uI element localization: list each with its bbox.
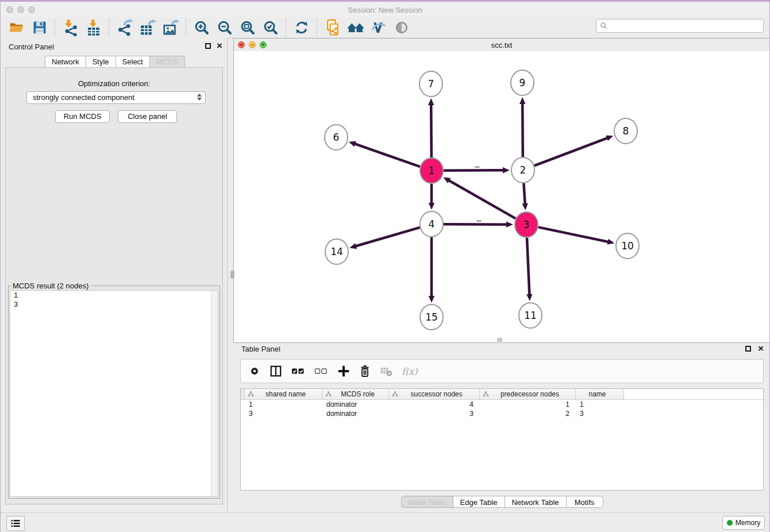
search-icon (600, 22, 607, 29)
tab-edge-table[interactable]: Edge Table (453, 496, 505, 508)
split-column-icon[interactable] (270, 365, 282, 377)
tab-network-table[interactable]: Network Table (505, 496, 566, 508)
network-canvas[interactable]: 7968124314101511 (234, 51, 769, 340)
graph-node-label: 14 (330, 246, 343, 257)
main-toolbar (1, 17, 769, 38)
export-table-button[interactable] (136, 18, 159, 37)
table-panel: Table Panel × (233, 343, 770, 512)
graph-edge-1-2[interactable] (444, 170, 504, 171)
delete-column-trash-icon[interactable] (359, 365, 371, 377)
import-network-button[interactable] (59, 18, 82, 37)
graph-edge-arrowhead (429, 203, 434, 210)
zoom-out-button[interactable] (213, 18, 236, 37)
mcds-result-textarea[interactable]: 1 3 (10, 290, 218, 497)
graph-edge-4-3[interactable] (444, 224, 507, 225)
export-network-button[interactable] (113, 18, 136, 37)
graph-edge-arrowhead (349, 141, 356, 147)
close-table-panel-icon[interactable]: × (758, 345, 764, 353)
column-header-name[interactable]: name (576, 389, 624, 399)
toolbar-separator (186, 19, 187, 36)
zoom-in-icon (193, 19, 210, 36)
graph-node-label: 3 (523, 219, 530, 230)
vertical-scrollbar-thumb[interactable] (230, 271, 234, 279)
eye-icon (394, 20, 410, 36)
edge-label-mark (475, 167, 480, 168)
column-header-successor-nodes[interactable]: successor nodes (389, 389, 480, 399)
column-tree-icon (392, 391, 398, 398)
toolbar-separator (286, 19, 287, 36)
search-input[interactable] (596, 19, 764, 33)
network-from-file-button[interactable] (321, 18, 344, 37)
select-all-icon[interactable] (291, 365, 305, 377)
graph-edge-arrowhead (428, 98, 434, 105)
deselect-all-icon[interactable] (314, 365, 328, 377)
memory-status-icon (727, 520, 733, 526)
horizontal-scrollbar-thumb[interactable] (497, 338, 502, 342)
vizmapper-icon (370, 19, 387, 36)
export-image-button[interactable] (159, 18, 182, 37)
graph-edge-3-1[interactable] (448, 180, 515, 219)
graph-edge-2-8[interactable] (534, 138, 608, 166)
float-panel-icon[interactable] (205, 43, 211, 49)
graph-edge-arrowhead (506, 222, 513, 228)
import-table-icon (85, 19, 102, 36)
network-graph: 7968124314101511 (234, 51, 769, 340)
tab-mcds[interactable]: MCDS (149, 56, 185, 68)
add-column-icon[interactable] (337, 365, 350, 377)
import-table-button[interactable] (82, 18, 105, 37)
tab-network[interactable]: Network (45, 56, 86, 68)
zoom-fit-button[interactable] (236, 18, 259, 37)
settings-gear-icon[interactable] (249, 365, 260, 377)
tab-style[interactable]: Style (86, 56, 116, 68)
zoom-selected-icon (262, 19, 279, 36)
network-view-window: × − + scc.txt 7968124314101511 (233, 38, 770, 343)
tab-node-table[interactable]: Node Table (401, 496, 453, 508)
refresh-button[interactable] (290, 18, 313, 37)
float-table-panel-icon[interactable] (745, 346, 751, 352)
column-header-shared-name[interactable]: shared name (245, 389, 322, 399)
tab-motifs[interactable]: Motifs (566, 496, 603, 508)
graph-edge-arrowhead (526, 294, 532, 301)
network-window-title: scc.txt (234, 41, 769, 49)
criterion-select[interactable]: strongly connected component (26, 91, 206, 104)
mcds-result-title: MCDS result (2 nodes) (11, 282, 90, 290)
header-filler (624, 389, 763, 399)
table-row[interactable]: 3 dominator 3 2 3 (241, 409, 763, 418)
graph-edge-1-7[interactable] (431, 104, 432, 157)
show-graphics-details-button[interactable] (390, 18, 413, 37)
function-builder-icon[interactable]: f(x) (402, 366, 417, 377)
zoom-in-button[interactable] (190, 18, 213, 37)
column-header-mcds-role[interactable]: MCDS role (322, 389, 389, 399)
graph-node-label: 10 (621, 240, 634, 252)
close-panel-button[interactable]: Close panel (118, 110, 177, 123)
table-toolbar: f(x) (240, 359, 764, 383)
graph-node-label: 7 (428, 78, 434, 90)
graph-edge-3-11[interactable] (527, 238, 529, 295)
memory-button[interactable]: Memory (722, 516, 765, 530)
control-panel-title: Control Panel (9, 43, 54, 51)
open-session-button[interactable] (5, 18, 28, 37)
graph-node-label: 15 (425, 311, 438, 323)
graph-edge-2-3[interactable] (523, 183, 525, 205)
row-header-strip (241, 389, 245, 399)
column-header-predecessor-nodes[interactable]: predecessor nodes (480, 389, 576, 399)
tab-select[interactable]: Select (116, 56, 149, 68)
vizmapper-button[interactable] (367, 18, 390, 37)
graph-edge-3-10[interactable] (538, 227, 609, 242)
result-scrollbar[interactable] (211, 291, 218, 496)
graph-edge-4-14[interactable] (355, 228, 420, 246)
graph-edge-1-6[interactable] (354, 144, 420, 167)
column-tree-icon (325, 391, 332, 398)
run-mcds-button[interactable]: Run MCDS (55, 110, 110, 123)
save-session-button[interactable] (28, 18, 51, 37)
close-panel-icon[interactable]: × (217, 42, 222, 50)
delete-table-icon[interactable] (380, 365, 392, 377)
home-button[interactable] (344, 18, 367, 37)
control-panel-tabs: Network Style Select MCDS (45, 56, 185, 68)
graph-edge-2-9[interactable] (522, 103, 523, 157)
graph-edge-arrowhead (522, 203, 528, 210)
zoom-selected-button[interactable] (259, 18, 282, 37)
task-history-button[interactable] (6, 516, 25, 531)
table-row[interactable]: 1 dominator 4 1 1 (241, 400, 763, 409)
list-icon (11, 519, 20, 527)
